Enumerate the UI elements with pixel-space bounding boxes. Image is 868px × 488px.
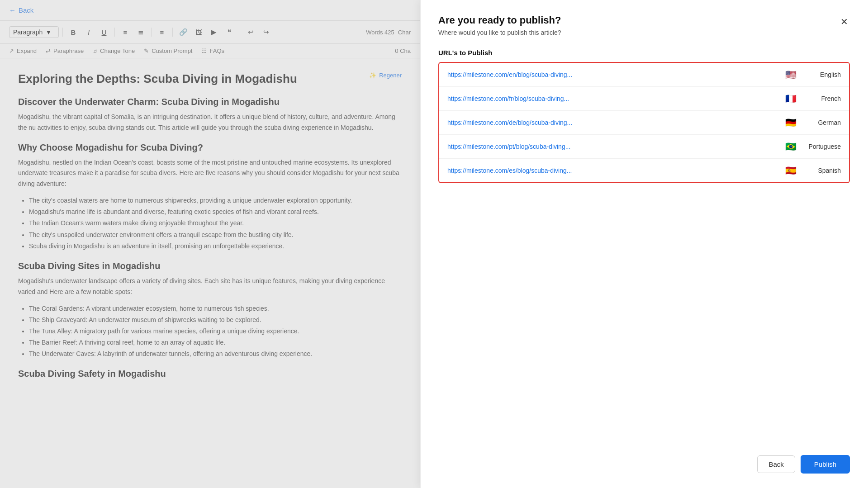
url-spanish: https://milestone.com/es/blog/scuba-divi…	[447, 167, 785, 174]
url-row-german[interactable]: https://milestone.com/de/blog/scuba-divi…	[439, 111, 849, 135]
flag-french: 🇫🇷	[785, 93, 797, 104]
urls-container: https://milestone.com/en/blog/scuba-divi…	[438, 62, 850, 183]
url-french: https://milestone.com/fr/blog/scuba-divi…	[447, 95, 785, 102]
url-english: https://milestone.com/en/blog/scuba-divi…	[447, 71, 785, 78]
panel-footer: Back Publish	[438, 437, 850, 474]
lang-portuguese: Portuguese	[800, 143, 841, 150]
panel-header: Are you ready to publish? Where would yo…	[438, 14, 850, 36]
editor-overlay	[0, 0, 421, 488]
flag-german: 🇩🇪	[785, 117, 797, 128]
publish-panel: Are you ready to publish? Where would yo…	[420, 0, 868, 488]
flag-portuguese: 🇧🇷	[785, 141, 797, 152]
url-row-portuguese[interactable]: https://milestone.com/pt/blog/scuba-divi…	[439, 135, 849, 159]
url-row-spanish[interactable]: https://milestone.com/es/blog/scuba-divi…	[439, 159, 849, 182]
lang-german: German	[800, 119, 841, 126]
publish-button[interactable]: Publish	[801, 455, 850, 474]
flag-spanish: 🇪🇸	[785, 165, 797, 176]
lang-french: French	[800, 95, 841, 102]
flag-english: 🇺🇸	[785, 69, 797, 80]
url-german: https://milestone.com/de/blog/scuba-divi…	[447, 119, 785, 126]
back-panel-button[interactable]: Back	[757, 455, 795, 473]
url-portuguese: https://milestone.com/pt/blog/scuba-divi…	[447, 143, 785, 150]
panel-title: Are you ready to publish?	[438, 14, 561, 26]
panel-subtitle: Where would you like to publish this art…	[438, 29, 561, 36]
url-row-french[interactable]: https://milestone.com/fr/blog/scuba-divi…	[439, 87, 849, 111]
url-row-english[interactable]: https://milestone.com/en/blog/scuba-divi…	[439, 63, 849, 87]
close-button[interactable]: ✕	[839, 14, 850, 29]
lang-spanish: Spanish	[800, 167, 841, 174]
lang-english: English	[800, 71, 841, 78]
urls-label: URL's to Publish	[438, 49, 850, 57]
panel-header-text: Are you ready to publish? Where would yo…	[438, 14, 561, 36]
